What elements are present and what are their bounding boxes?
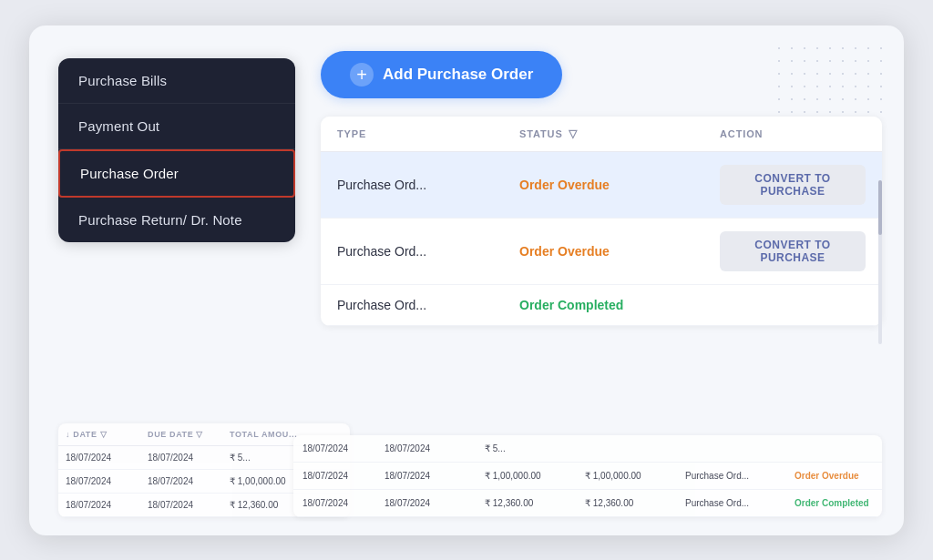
convert-to-purchase-button-1[interactable]: CONVERT TO PURCHASE — [720, 165, 866, 205]
status-filter-icon[interactable]: ▽ — [569, 127, 578, 140]
bg-row3-duedate: 18/07/2024 — [140, 494, 222, 516]
ext-status — [785, 440, 882, 456]
row2-action: CONVERT TO PURCHASE — [703, 219, 882, 284]
sidebar-item-payment-out[interactable]: Payment Out — [58, 104, 295, 149]
sidebar-item-purchase-return[interactable]: Purchase Return/ Dr. Note — [58, 198, 295, 242]
col-type: TYPE — [321, 117, 503, 151]
sidebar-item-purchase-bills[interactable]: Purchase Bills — [58, 58, 295, 104]
row2-status: Order Overdue — [503, 231, 703, 271]
duedate-filter-icon[interactable]: ▽ — [196, 430, 203, 439]
ext-date: 18/07/2024 — [293, 435, 375, 462]
ext-amount2 — [576, 440, 676, 456]
convert-to-purchase-button-2[interactable]: CONVERT TO PURCHASE — [720, 231, 866, 271]
bg-row1-duedate: 18/07/2024 — [140, 446, 222, 469]
ext-row: 18/07/2024 18/07/2024 ₹ 1,00,000.00 ₹ 1,… — [293, 463, 882, 490]
ext-date: 18/07/2024 — [293, 490, 375, 516]
col-status: STATUS ▽ — [503, 117, 703, 151]
sidebar-item-purchase-order[interactable]: Purchase Order — [58, 149, 295, 198]
bg-row2-duedate: 18/07/2024 — [140, 470, 222, 493]
table-row: Purchase Ord... Order Completed — [321, 285, 882, 326]
plus-circle-icon: + — [350, 63, 374, 87]
scrollbar-thumb[interactable] — [878, 180, 882, 235]
table-row: Purchase Ord... Order Overdue CONVERT TO… — [321, 152, 882, 219]
extended-background-table: 18/07/2024 18/07/2024 ₹ 5... 18/07/2024 … — [293, 435, 882, 517]
ext-type — [676, 440, 785, 456]
ext-type: Purchase Ord... — [676, 490, 785, 516]
add-purchase-order-button[interactable]: + Add Purchase Order — [321, 51, 562, 98]
ext-duedate: 18/07/2024 — [375, 435, 476, 462]
col-action: ACTION — [703, 117, 882, 151]
date-filter-icon[interactable]: ▽ — [100, 430, 108, 439]
ext-amount1: ₹ 5... — [476, 435, 576, 462]
ext-status: Order Completed — [785, 490, 882, 516]
main-card: Purchase Bills Payment Out Purchase Orde… — [29, 25, 904, 535]
ext-status: Order Overdue — [785, 463, 882, 489]
ext-row: 18/07/2024 18/07/2024 ₹ 5... — [293, 435, 882, 463]
bg-row3-date: 18/07/2024 — [58, 494, 140, 516]
ext-amount2: ₹ 12,360.00 — [576, 490, 676, 516]
table-header: TYPE STATUS ▽ ACTION — [321, 117, 882, 152]
ext-amount1: ₹ 1,00,000.00 — [476, 463, 576, 489]
ext-duedate: 18/07/2024 — [375, 490, 476, 516]
bg-row1-date: 18/07/2024 — [58, 446, 140, 469]
row3-status: Order Completed — [503, 285, 703, 325]
purchase-orders-table: TYPE STATUS ▽ ACTION Purchase Ord... Ord… — [321, 117, 882, 326]
ext-amount2: ₹ 1,00,000.00 — [576, 463, 676, 489]
ext-type: Purchase Ord... — [676, 463, 785, 489]
ext-date: 18/07/2024 — [293, 463, 375, 489]
ext-amount1: ₹ 12,360.00 — [476, 490, 576, 516]
scrollbar-track[interactable] — [878, 180, 882, 344]
row1-action: CONVERT TO PURCHASE — [703, 152, 882, 218]
bg-col-duedate: DUE DATE ▽ — [140, 423, 222, 445]
ext-row: 18/07/2024 18/07/2024 ₹ 12,360.00 ₹ 12,3… — [293, 490, 882, 517]
sidebar-menu: Purchase Bills Payment Out Purchase Orde… — [58, 58, 295, 242]
table-row: Purchase Ord... Order Overdue CONVERT TO… — [321, 219, 882, 285]
row1-status: Order Overdue — [503, 165, 703, 205]
bg-col-date: ↓ DATE ▽ — [58, 423, 140, 445]
row1-type: Purchase Ord... — [321, 165, 503, 205]
row3-type: Purchase Ord... — [321, 285, 503, 325]
row3-action — [703, 292, 882, 318]
bg-row2-date: 18/07/2024 — [58, 470, 140, 493]
ext-duedate: 18/07/2024 — [375, 463, 476, 489]
row2-type: Purchase Ord... — [321, 231, 503, 271]
